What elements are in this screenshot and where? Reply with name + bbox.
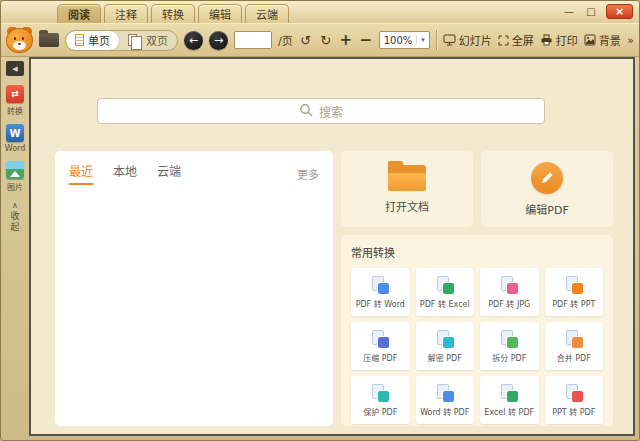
- conversion-pdf-to-jpg[interactable]: PDF 转 JPG: [480, 268, 539, 316]
- tab-cloud[interactable]: 云端: [245, 4, 289, 23]
- conversion-compress-pdf[interactable]: 压缩 PDF: [351, 322, 410, 370]
- open-document-label: 打开文档: [385, 198, 429, 214]
- open-file-folder-icon[interactable]: [39, 33, 59, 47]
- sidebar-item-convert-label: 转换: [7, 105, 23, 116]
- titlebar: 阅读 注释 转换 编辑 云端 — □ ×: [1, 1, 639, 23]
- pdf-to-excel-icon: [437, 276, 453, 293]
- pencil-icon: [531, 162, 563, 194]
- toolbar-divider: [436, 30, 437, 50]
- files-panel-tabs: 最近 本地 云端 更多: [55, 151, 333, 185]
- collapse-panel-icon[interactable]: ◀: [6, 61, 24, 76]
- merge-pdf-icon: [566, 330, 582, 347]
- excel-to-pdf-icon: [501, 384, 517, 401]
- more-link[interactable]: 更多: [297, 166, 319, 182]
- slideshow-label: 幻灯片: [459, 32, 492, 48]
- sidebar-item-word-label: Word: [5, 144, 26, 153]
- app-window: 阅读 注释 转换 编辑 云端 — □ × 单页 双页: [0, 0, 640, 441]
- main-content: 搜索 最近 本地 云端 更多 打开文档: [29, 57, 635, 436]
- undo-button[interactable]: ↺: [299, 33, 313, 48]
- chevron-down-icon: ▾: [416, 36, 425, 44]
- double-page-icon: [128, 34, 137, 46]
- conversion-ppt-to-pdf[interactable]: PPT 转 PDF: [545, 376, 604, 424]
- zoom-level-select[interactable]: 100% ▾: [379, 31, 430, 49]
- tab-convert[interactable]: 转换: [151, 4, 195, 23]
- conversion-protect-pdf[interactable]: 保护 PDF: [351, 376, 410, 424]
- pdf-to-jpg-icon: [501, 276, 517, 293]
- tab-read[interactable]: 阅读: [57, 4, 101, 23]
- convert-icon: ⇄: [6, 85, 24, 103]
- tab-edit[interactable]: 编辑: [198, 4, 242, 23]
- tab-recent[interactable]: 最近: [69, 162, 93, 185]
- conversion-decrypt-pdf[interactable]: 解密 PDF: [416, 322, 475, 370]
- app-logo-icon[interactable]: [6, 28, 33, 53]
- double-page-label: 双页: [146, 32, 168, 48]
- background-label: 背景: [599, 32, 621, 48]
- search-placeholder: 搜索: [319, 103, 343, 120]
- close-button[interactable]: ×: [606, 4, 633, 19]
- single-page-button[interactable]: 单页: [66, 31, 119, 50]
- sidebar-collapse-label: 收起: [9, 211, 22, 233]
- zoom-out-button[interactable]: −: [359, 31, 373, 49]
- open-document-card[interactable]: 打开文档: [341, 151, 473, 227]
- split-pdf-icon: [501, 330, 517, 347]
- single-page-label: 单页: [88, 32, 110, 48]
- redo-button[interactable]: ↻: [319, 33, 333, 48]
- print-button[interactable]: 打印: [540, 32, 578, 48]
- fullscreen-button[interactable]: 全屏: [498, 32, 534, 48]
- conversion-split-pdf[interactable]: 拆分 PDF: [480, 322, 539, 370]
- zoom-in-button[interactable]: +: [339, 31, 353, 49]
- printer-icon: [540, 34, 553, 46]
- files-panel: 最近 本地 云端 更多: [55, 151, 333, 426]
- fullscreen-label: 全屏: [512, 32, 534, 48]
- back-button[interactable]: ←: [184, 31, 203, 50]
- file-list-empty-area: [55, 187, 333, 426]
- ribbon-tabs: 阅读 注释 转换 编辑 云端: [57, 4, 289, 23]
- print-label: 打印: [556, 32, 578, 48]
- pdf-to-ppt-icon: [566, 276, 582, 293]
- chevron-up-icon: ∧: [12, 202, 18, 210]
- action-cards: 打开文档 编辑PDF: [341, 151, 613, 227]
- conversion-excel-to-pdf[interactable]: Excel 转 PDF: [480, 376, 539, 424]
- page-number-input[interactable]: [234, 31, 272, 49]
- conversion-pdf-to-word[interactable]: PDF 转 Word: [351, 268, 410, 316]
- conversion-pdf-to-excel[interactable]: PDF 转 Excel: [416, 268, 475, 316]
- sidebar-item-word[interactable]: W Word: [5, 124, 26, 153]
- forward-button[interactable]: →: [209, 31, 228, 50]
- conversion-merge-pdf[interactable]: 合并 PDF: [545, 322, 604, 370]
- background-icon: [584, 34, 596, 46]
- sidebar-collapse-button[interactable]: ∧ 收起: [9, 202, 22, 233]
- conversions-title: 常用转换: [351, 244, 603, 260]
- sidebar-item-image-label: 图片: [7, 181, 23, 192]
- search-icon: [299, 103, 313, 120]
- fullscreen-icon: [498, 35, 509, 46]
- single-page-icon: [75, 34, 84, 46]
- tab-annotate[interactable]: 注释: [104, 4, 148, 23]
- image-icon: [6, 161, 24, 179]
- window-controls: — □ ×: [562, 4, 633, 19]
- tab-cloud-files[interactable]: 云端: [157, 162, 181, 185]
- slideshow-icon: [443, 34, 456, 46]
- sidebar-item-convert[interactable]: ⇄ 转换: [6, 85, 24, 116]
- protect-pdf-icon: [372, 384, 388, 401]
- minimize-button[interactable]: —: [562, 6, 576, 17]
- tab-local[interactable]: 本地: [113, 162, 137, 185]
- search-bar[interactable]: 搜索: [97, 98, 545, 124]
- double-page-button[interactable]: 双页: [119, 31, 177, 50]
- conversion-pdf-to-ppt[interactable]: PDF 转 PPT: [545, 268, 604, 316]
- conversions-panel: 常用转换 PDF 转 Word PDF 转 Excel PDF 转 JPG: [341, 235, 613, 426]
- maximize-button[interactable]: □: [584, 6, 598, 17]
- conversions-grid: PDF 转 Word PDF 转 Excel PDF 转 JPG PDF 转 P…: [351, 268, 603, 424]
- sidebar-item-image[interactable]: 图片: [6, 161, 24, 192]
- compress-pdf-icon: [372, 330, 388, 347]
- toolbar-overflow-button[interactable]: »: [627, 34, 634, 47]
- conversion-word-to-pdf[interactable]: Word 转 PDF: [416, 376, 475, 424]
- slideshow-button[interactable]: 幻灯片: [443, 32, 492, 48]
- word-to-pdf-icon: [437, 384, 453, 401]
- background-button[interactable]: 背景: [584, 32, 621, 48]
- ppt-to-pdf-icon: [566, 384, 582, 401]
- sidebar: ◀ ⇄ 转换 W Word 图片 ∧ 收起: [1, 57, 29, 436]
- word-icon: W: [6, 124, 24, 142]
- zoom-level-value: 100%: [384, 35, 413, 46]
- page-mode-toggle: 单页 双页: [65, 30, 178, 51]
- edit-pdf-card[interactable]: 编辑PDF: [481, 151, 613, 227]
